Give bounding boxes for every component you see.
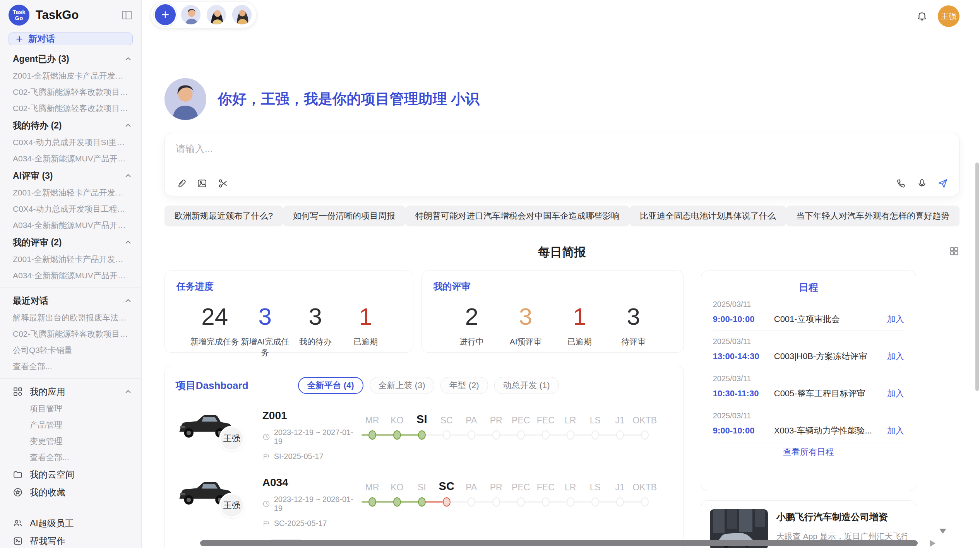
app-title: TaskGo: [36, 8, 121, 22]
app-item-product-mgmt[interactable]: 产品管理: [0, 417, 141, 433]
agent-avatar[interactable]: [206, 4, 227, 25]
event-name: X003-车辆动力学性能验...: [774, 425, 882, 437]
schedule-card: 日程 2025/03/11 9:00-10:00 C001-立项审批会 加入 2…: [701, 271, 916, 491]
session-switcher: [151, 1, 257, 28]
scroll-right-arrow[interactable]: [930, 540, 935, 547]
project-row-a034[interactable]: 王强 A034 2023-12-19 ~ 2026-01-19 SC: [176, 476, 673, 528]
daily-brief-header: 每日简报: [164, 244, 959, 260]
vertical-scrollbar[interactable]: [975, 163, 979, 391]
suggestion-chip[interactable]: 比亚迪全固态电池计划具体说了什么: [630, 206, 786, 226]
section-header-agent-done[interactable]: Agent已办 (3): [0, 50, 141, 68]
suggestion-chip[interactable]: 如何写一份清晰的项目周报: [283, 206, 405, 226]
milestone-dot: [641, 430, 649, 440]
send-icon[interactable]: [937, 178, 948, 189]
milestone-dot: [567, 430, 574, 440]
menu-label: 我的收藏: [30, 486, 65, 498]
section-header-recent-chats[interactable]: 最近对话: [0, 292, 141, 310]
milestone-dot-done: [368, 497, 376, 507]
milestone-dot-done: [368, 430, 376, 440]
event-time: 9:00-10:00: [713, 314, 774, 324]
milestone-dot: [616, 497, 624, 507]
horizontal-scrollbar[interactable]: [200, 540, 918, 546]
app-window: Task Go TaskGo 新对话 Agent已办 (3) Z001-全新燃油…: [0, 0, 980, 548]
new-chat-label: 新对话: [28, 33, 55, 45]
scissors-icon[interactable]: [218, 178, 228, 189]
milestone-strip: MRKO SISC PAPR PECFEC LRLS J1OKTB: [360, 476, 673, 510]
suggestion-chip[interactable]: 欧洲新规最近颁布了什么?: [164, 206, 283, 226]
milestone-dot-done: [418, 497, 426, 507]
sidebar-item-cloud-space[interactable]: 我的云空间: [0, 466, 141, 483]
project-row-z001[interactable]: 王强 Z001 2023-12-19 ~ 2027-01-19 SI: [176, 409, 673, 461]
sidebar-item[interactable]: Z001-全新燃油轻卡产品开发项目SI节点属性5D文件评审: [0, 251, 141, 267]
tab-new-body[interactable]: 全新上装 (3): [370, 377, 434, 394]
sidebar-item-help-write[interactable]: 帮我写作: [0, 532, 141, 548]
sidebar-item[interactable]: C0X4-动力总成开发项目SI里程碑提交物检查: [0, 134, 141, 151]
layout-grid-icon[interactable]: [949, 246, 959, 257]
project-image: 王强: [176, 476, 249, 527]
sidebar-item[interactable]: A034-全新新能源MUV产品开发项目法规符合性评审: [0, 217, 141, 233]
section-header-my-review[interactable]: 我的评审 (2): [0, 233, 141, 251]
join-meeting-link[interactable]: 加入: [887, 313, 904, 325]
sidebar-item[interactable]: C0X4-动力总成开发项目工程变更评审: [0, 201, 141, 217]
sidebar-item-my-apps[interactable]: 我的应用: [0, 383, 141, 401]
task-progress-title: 任务进度: [176, 280, 401, 293]
people-icon: [13, 518, 23, 528]
milestone-dot: [517, 430, 525, 440]
agent-avatar[interactable]: [180, 4, 201, 25]
sidebar-divider: [0, 378, 141, 379]
event-date: 2025/03/11: [713, 337, 904, 346]
milestone-dot: [591, 430, 599, 440]
tab-powertrain[interactable]: 动总开发 (1): [494, 377, 559, 394]
suggestion-chip[interactable]: 当下年轻人对汽车外观有怎样的喜好趋势: [786, 206, 959, 226]
apps-view-all-link[interactable]: 查看全部...: [0, 449, 141, 466]
sidebar-item-favorites[interactable]: 我的收藏: [0, 483, 141, 501]
image-icon[interactable]: [197, 178, 207, 189]
sidebar-collapse-icon[interactable]: [121, 9, 133, 21]
phone-icon[interactable]: [896, 178, 906, 189]
user-avatar[interactable]: 王强: [938, 5, 959, 27]
event-name: C001-立项审批会: [774, 313, 882, 325]
chevron-up-icon: [125, 390, 131, 394]
scroll-down-arrow[interactable]: [939, 529, 946, 534]
join-meeting-link[interactable]: 加入: [887, 351, 904, 362]
app-item-project-mgmt[interactable]: 项目管理: [0, 401, 141, 417]
brief-right-column: 日程 2025/03/11 9:00-10:00 C001-立项审批会 加入 2…: [701, 271, 916, 548]
user-name: 王强: [941, 11, 956, 22]
section-header-my-todo[interactable]: 我的待办 (2): [0, 116, 141, 134]
sidebar-item[interactable]: Z001-全新燃油轻卡产品开发项目SI造型提交物评审: [0, 185, 141, 201]
tab-year-model[interactable]: 年型 (2): [440, 377, 488, 394]
recent-chat-item[interactable]: C02-飞腾新能源轻客改款项目的闭环通告反馈情况: [0, 326, 141, 342]
microphone-icon[interactable]: [917, 178, 927, 189]
project-info: A034 2023-12-19 ~ 2026-01-19 SC-2025-05-…: [262, 476, 360, 528]
view-all-schedule-link[interactable]: 查看所有日程: [713, 446, 904, 458]
dashboard-title: 项目Dashboard: [176, 379, 248, 392]
section-header-ai-review[interactable]: AI评审 (3): [0, 167, 141, 185]
sidebar-item[interactable]: Z001-全新燃油皮卡产品开发项目SI节点Lesson Learn报告: [0, 68, 141, 84]
agent-avatar[interactable]: [231, 4, 252, 25]
event-time: 10:30-11:30: [713, 389, 774, 399]
app-item-change-mgmt[interactable]: 变更管理: [0, 433, 141, 449]
suggestion-chip[interactable]: 特朗普可能对进口汽车增税会对中国车企造成哪些影响: [405, 206, 630, 226]
notification-bell-icon[interactable]: [916, 10, 928, 22]
join-meeting-link[interactable]: 加入: [887, 425, 904, 437]
sidebar-item[interactable]: C02-飞腾新能源轻客改款项目立项汇报方案: [0, 100, 141, 116]
event-date: 2025/03/11: [713, 374, 904, 383]
sidebar-item[interactable]: A034-全新新能源MUV产品开发项目计划变更表编写: [0, 151, 141, 167]
sidebar-item[interactable]: C02-飞腾新能源轻客改款项目里程碑画布: [0, 84, 141, 100]
recent-chat-item[interactable]: 公司Q3轻卡销量: [0, 342, 141, 358]
sidebar-item-ai-employee[interactable]: AI超级员工: [0, 514, 141, 532]
chat-input[interactable]: [176, 143, 948, 154]
attachment-icon[interactable]: [176, 178, 187, 189]
tab-new-platform[interactable]: 全新平台 (4): [298, 377, 363, 394]
new-chat-button[interactable]: 新对话: [9, 33, 133, 45]
add-session-button[interactable]: [155, 4, 176, 25]
sidebar-item[interactable]: A034-全新新能源MUV产品开发项目造型可行性评审: [0, 267, 141, 284]
recent-chat-item[interactable]: 解释最新出台的欧盟报废车法规再生塑料比例被调至15%...: [0, 310, 141, 326]
recent-view-all-link[interactable]: 查看全部...: [0, 358, 141, 375]
clock-icon: [262, 500, 270, 508]
milestone-dot-current: [418, 430, 426, 440]
project-next-milestone: SC-2025-05-17: [274, 519, 327, 528]
sidebar: Task Go TaskGo 新对话 Agent已办 (3) Z001-全新燃油…: [0, 0, 142, 548]
my-review-card: 我的评审 2进行中 3AI预评审 1已逾期: [421, 271, 684, 353]
join-meeting-link[interactable]: 加入: [887, 388, 904, 399]
